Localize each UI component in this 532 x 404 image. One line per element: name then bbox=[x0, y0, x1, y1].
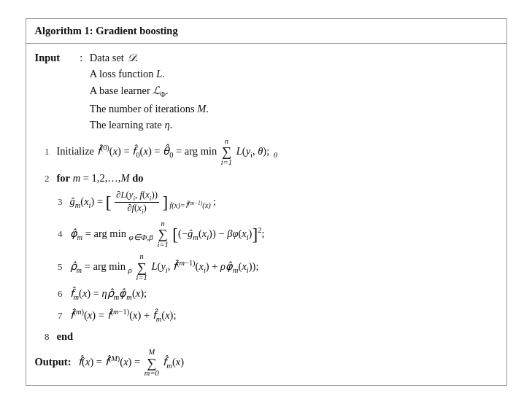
step-7-num: 7 bbox=[48, 308, 63, 323]
output-section: Output: f̂(x) = f̂(M)(x) = M ∑ m=0 f̂m(x… bbox=[35, 349, 498, 377]
input-item-2: A loss function L. bbox=[90, 66, 209, 82]
input-label: Input bbox=[35, 50, 77, 133]
step-end: 8 end bbox=[35, 328, 498, 344]
input-item-1: Data set 𝒟. bbox=[90, 50, 209, 66]
step-2-content: for m = 1,2,…,M do bbox=[57, 170, 498, 186]
algorithm-title: Algorithm 1: Gradient boosting bbox=[26, 19, 506, 43]
input-item-4: The number of iterations M. bbox=[90, 101, 209, 117]
step-end-num: 8 bbox=[35, 330, 50, 344]
step-5-content: ρ̂m = arg min ρ n ∑ i=1 L(yi, f̂(m−1)(xi… bbox=[70, 253, 498, 281]
step-4-num: 4 bbox=[48, 227, 63, 241]
step-1-content: Initialize f̂(0)(x) = f̂0(x) = θ̂0 = arg… bbox=[57, 138, 498, 166]
step-5: 5 ρ̂m = arg min ρ n ∑ i=1 L(yi, f̂(m−1)(… bbox=[48, 253, 498, 281]
step-2: 2 for m = 1,2,…,M do bbox=[35, 170, 498, 186]
step-6-num: 6 bbox=[48, 287, 63, 301]
step-1: 1 Initialize f̂(0)(x) = f̂0(x) = θ̂0 = a… bbox=[35, 138, 498, 166]
step-3: 3 ĝm(xi) = [ ∂L(yi, f(xi)) ∂f(xi) ] f(x)… bbox=[48, 190, 498, 216]
step-1-num: 1 bbox=[35, 144, 50, 159]
step-2-num: 2 bbox=[35, 171, 50, 186]
step-3-content: ĝm(xi) = [ ∂L(yi, f(xi)) ∂f(xi) ] f(x)=f… bbox=[70, 190, 498, 216]
input-item-5: The learning rate η. bbox=[90, 117, 209, 133]
algorithm-body: Input : Data set 𝒟. A loss function L. A… bbox=[26, 44, 506, 385]
output-content: f̂(x) = f̂(M)(x) = M ∑ m=0 f̂m(x) bbox=[75, 349, 184, 377]
step-6: 6 f̂m(x) = ηρ̂mφ̂m(x); bbox=[48, 285, 498, 303]
step-7-content: f̂(m)(x) = f̂(m−1)(x) + f̂m(x); bbox=[70, 306, 498, 325]
input-section: Input : Data set 𝒟. A loss function L. A… bbox=[35, 50, 498, 133]
step-7: 7 f̂(m)(x) = f̂(m−1)(x) + f̂m(x); bbox=[48, 306, 498, 325]
step-5-num: 5 bbox=[48, 260, 63, 274]
algorithm-box: Algorithm 1: Gradient boosting Input : D… bbox=[26, 18, 507, 385]
step-3-num: 3 bbox=[48, 195, 63, 209]
output-label: Output: bbox=[35, 354, 72, 370]
step-end-content: end bbox=[57, 328, 498, 344]
step-4: 4 φ̂m = arg min φ∈Φ,β n ∑ i=1 [(−ĝm(xi))… bbox=[48, 220, 498, 249]
step-6-content: f̂m(x) = ηρ̂mφ̂m(x); bbox=[70, 285, 498, 303]
input-items: Data set 𝒟. A loss function L. A base le… bbox=[90, 50, 209, 133]
step-4-content: φ̂m = arg min φ∈Φ,β n ∑ i=1 [(−ĝm(xi)) −… bbox=[70, 220, 498, 249]
input-item-3: A base learner ℒΦ. bbox=[90, 82, 209, 101]
